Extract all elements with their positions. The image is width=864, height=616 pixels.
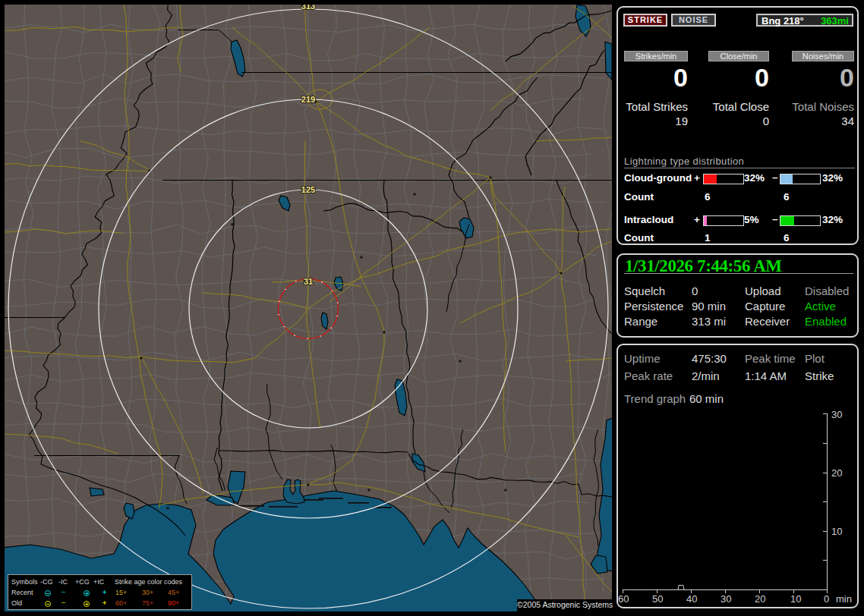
svg-text:40: 40	[686, 593, 697, 605]
svg-text:30: 30	[831, 409, 842, 420]
svg-text:125: 125	[301, 185, 315, 194]
svg-text:10: 10	[790, 593, 801, 605]
svg-text:0: 0	[824, 593, 829, 605]
svg-text:50: 50	[652, 593, 663, 605]
svg-text:30: 30	[721, 593, 731, 605]
svg-text:313: 313	[301, 5, 315, 11]
svg-text:min: min	[836, 593, 852, 605]
svg-text:10: 10	[831, 526, 842, 537]
svg-text:219: 219	[301, 95, 315, 104]
svg-text:20: 20	[831, 467, 842, 479]
svg-text:31: 31	[304, 277, 313, 286]
svg-text:20: 20	[755, 593, 765, 605]
svg-text:60: 60	[618, 593, 629, 605]
